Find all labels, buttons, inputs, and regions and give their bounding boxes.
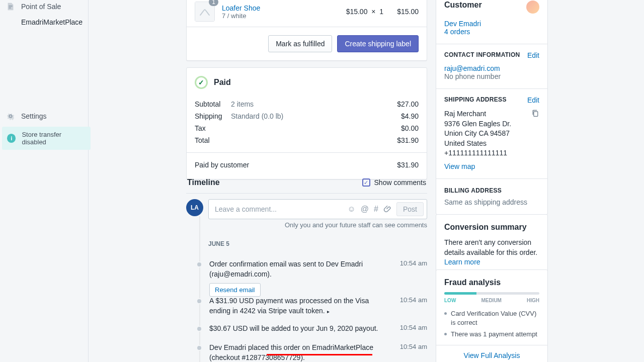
post-button[interactable]: Post [396,202,424,216]
store-label: EmadriMarketPlace [21,18,83,26]
timeline-item: Order confirmation email was sent to Dev… [196,259,427,297]
resend-email-button[interactable]: Resend email [209,283,261,297]
bullet-icon [196,261,202,267]
create-shipping-label-button[interactable]: Create shipping label [337,35,419,52]
sidebar-item-store[interactable]: EmadriMarketPlace [0,15,88,29]
pos-label: Point of Sale [21,3,61,11]
paid-check-icon: ✓ [195,76,208,89]
line-total: $15.00 [383,8,419,16]
contact-header: CONTACT INFORMATION [444,51,520,58]
info-icon: i [7,134,16,143]
paid-title: Paid [214,78,231,87]
comment-note: Only you and your future staff can see c… [211,221,427,229]
emoji-icon[interactable]: ☺ [347,205,355,214]
copy-icon[interactable] [531,109,539,119]
timeline-item: $30.67 USD will be added to your Jun 9, … [196,324,427,334]
annotation-underline [267,354,372,355]
unit-price: $15.00 × 1 [308,8,383,16]
fraud-meter [444,292,539,295]
customer-phone: No phone number [444,72,539,80]
fraud-bullet: Card Verification Value (CVV) is correct [444,309,539,327]
conversion-card: Conversion summary There aren't any conv… [436,214,548,276]
sidebar-item-settings[interactable]: Settings [0,109,89,124]
avatar: LA [186,199,203,216]
timeline-date: JUNE 5 [208,240,229,247]
checkbox-icon: ✓ [362,178,370,187]
risk-labels: LOWMEDIUMHIGH [444,298,539,303]
customer-card: Customer Dev Emadri 4 orders CONTACT INF… [436,0,548,215]
svg-rect-0 [9,6,12,7]
bullet-icon [196,326,202,332]
fraud-card: Fraud analysis LOWMEDIUMHIGH Card Verifi… [436,269,548,362]
show-comments-toggle[interactable]: ✓ Show comments [362,178,426,187]
comment-composer: LA ☺ @ # Post [186,199,427,219]
expand-icon[interactable]: ▸ [327,309,330,314]
divider [186,193,427,194]
customer-title: Customer [444,1,482,10]
fulfillment-card: 1 Loafer Shoe 7 / white $15.00 × 1 $15.0… [186,0,427,61]
sidebar-item-pos[interactable]: Point of Sale [0,0,88,14]
sidebar: Point of Sale EmadriMarketPlace Settings… [0,0,89,362]
billing-header: BILLING ADDRESS [444,187,502,194]
shipping-address: Raj Merchant9376 Glen Eagles Dr.Union Ci… [444,109,511,158]
qty-badge: 1 [209,0,218,6]
edit-shipping-button[interactable]: Edit [527,96,539,104]
billing-text: Same as shipping address [444,198,539,206]
customer-orders-link[interactable]: 4 orders [444,28,470,36]
pos-icon [6,2,15,11]
comment-input[interactable] [215,205,347,213]
learn-more-link[interactable]: Learn more [444,258,480,266]
gear-icon [6,112,15,121]
product-thumb[interactable]: 1 [195,2,215,22]
customer-email-link[interactable]: raju@emadri.com [444,64,500,72]
mark-fulfilled-button[interactable]: Mark as fulfilled [268,35,332,52]
svg-rect-1 [9,8,11,9]
sidebar-alert[interactable]: i Store transfer disabled [2,127,91,150]
view-map-link[interactable]: View map [444,162,475,170]
shipping-header: SHIPPING ADDRESS [444,96,507,103]
timeline-item: Dev Emadri placed this order on EmadriMa… [196,343,427,362]
timeline-title: Timeline [187,178,220,187]
bullet-icon [196,298,202,304]
fraud-bullet: There was 1 payment attempt [444,330,539,339]
mention-icon[interactable]: @ [361,205,369,214]
edit-contact-button[interactable]: Edit [527,51,539,59]
fraud-title: Fraud analysis [444,278,539,287]
settings-label: Settings [21,112,47,120]
alert-label: Store transfer disabled [22,131,86,146]
product-name-link[interactable]: Loafer Shoe [222,4,260,12]
hash-icon[interactable]: # [374,205,378,214]
conversion-title: Conversion summary [444,223,539,232]
line-item: 1 Loafer Shoe 7 / white $15.00 × 1 $15.0… [187,0,427,27]
view-full-analysis-link[interactable]: View Full Analysis [464,351,520,359]
svg-rect-3 [534,112,538,117]
customer-name-link[interactable]: Dev Emadri [444,20,481,28]
attach-icon[interactable] [383,204,391,214]
timeline-header: Timeline ✓ Show comments [186,171,427,194]
customer-avatar[interactable] [526,1,539,14]
comment-box[interactable]: ☺ @ # Post [208,199,427,219]
timeline-item: A $31.90 USD payment was processed on th… [196,296,427,316]
product-variant: 7 / white [222,12,308,20]
bullet-icon [196,345,202,351]
paid-card: ✓ Paid Subtotal2 items$27.00 ShippingSta… [186,67,427,179]
